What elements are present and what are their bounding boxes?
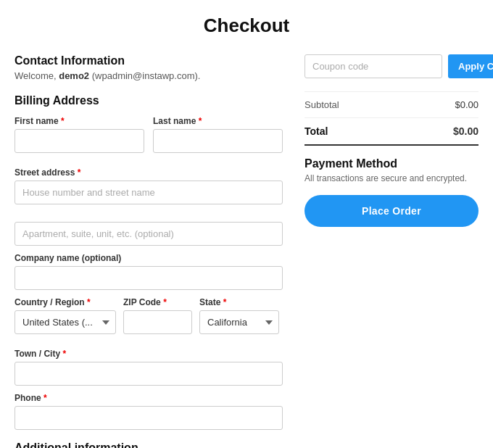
- last-name-required: *: [199, 116, 202, 126]
- street-required: *: [78, 167, 81, 178]
- state-select[interactable]: California: [199, 310, 279, 334]
- total-row: Total $0.00: [304, 118, 478, 146]
- total-value: $0.00: [453, 125, 478, 137]
- name-row: First name * Last name *: [14, 116, 283, 160]
- contact-info-title: Contact Information: [14, 54, 283, 67]
- welcome-text: Welcome,: [14, 70, 57, 81]
- first-name-required: *: [61, 116, 65, 126]
- town-group: Town / City *: [14, 349, 283, 386]
- left-column: Contact Information Welcome, demo2 (wpad…: [14, 54, 283, 448]
- additional-info-section: Additional information Order notes (opti…: [14, 441, 283, 448]
- subtotal-row: Subtotal $0.00: [304, 92, 478, 118]
- company-input[interactable]: [14, 266, 283, 290]
- place-order-button[interactable]: Place Order: [304, 195, 478, 227]
- billing-title: Billing Address: [14, 94, 283, 107]
- payment-section: Payment Method All transactions are secu…: [304, 157, 478, 227]
- order-summary: Subtotal $0.00 Total $0.00: [304, 91, 478, 146]
- company-label: Company name (optional): [14, 253, 283, 263]
- first-name-label: First name *: [14, 116, 144, 126]
- right-column: Apply Coupon Subtotal $0.00 Total $0.00 …: [304, 54, 478, 238]
- contact-username: demo2: [59, 70, 89, 81]
- coupon-input[interactable]: [304, 54, 442, 78]
- subtotal-label: Subtotal: [304, 99, 339, 110]
- street-address-group: Street address *: [14, 167, 283, 246]
- street-address-input[interactable]: [14, 181, 283, 204]
- country-select[interactable]: United States (...: [14, 310, 116, 334]
- last-name-input[interactable]: [153, 129, 283, 153]
- phone-group: Phone *: [14, 393, 283, 430]
- phone-label: Phone *: [14, 393, 283, 403]
- town-input[interactable]: [14, 362, 283, 386]
- apply-coupon-button[interactable]: Apply Coupon: [448, 54, 493, 78]
- contact-info-section: Contact Information Welcome, demo2 (wpad…: [14, 54, 283, 81]
- subtotal-value: $0.00: [455, 99, 478, 110]
- state-group: State * California: [199, 297, 279, 334]
- phone-input[interactable]: [14, 406, 283, 430]
- company-group: Company name (optional): [14, 253, 283, 290]
- last-name-group: Last name *: [153, 116, 283, 153]
- additional-info-title: Additional information: [14, 441, 283, 448]
- first-name-input[interactable]: [14, 129, 144, 153]
- page-title: Checkout: [14, 14, 478, 37]
- zip-group: ZIP Code *: [123, 297, 192, 334]
- last-name-label: Last name *: [153, 116, 283, 126]
- contact-welcome: Welcome, demo2 (wpadmin@instawp.com).: [14, 70, 283, 81]
- country-label: Country / Region *: [14, 297, 116, 307]
- total-label: Total: [304, 125, 328, 137]
- state-label: State *: [199, 297, 279, 307]
- zip-label: ZIP Code *: [123, 297, 192, 307]
- apartment-input[interactable]: [14, 222, 283, 246]
- country-group: Country / Region * United States (...: [14, 297, 116, 334]
- zip-input[interactable]: [123, 310, 192, 334]
- secure-text: All transactions are secure and encrypte…: [304, 173, 478, 183]
- country-zip-state-row: Country / Region * United States (... ZI…: [14, 297, 283, 341]
- street-address-label: Street address *: [14, 167, 283, 178]
- contact-email: wpadmin@instawp.com: [95, 70, 194, 81]
- first-name-group: First name *: [14, 116, 144, 153]
- town-label: Town / City *: [14, 349, 283, 359]
- payment-title: Payment Method: [304, 157, 478, 170]
- billing-address-section: Billing Address First name * Last name *: [14, 94, 283, 430]
- coupon-row: Apply Coupon: [304, 54, 478, 78]
